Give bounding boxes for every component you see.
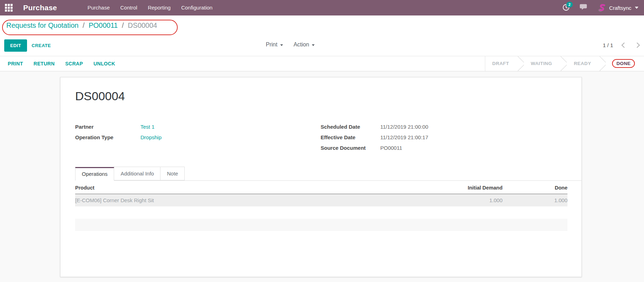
table-header-row: Product Initial Demand Done (75, 185, 567, 194)
column-header-done: Done (502, 185, 567, 191)
field-effective-date: Effective Date 11/12/2019 21:00:17 (321, 132, 428, 143)
pipeline-separator-icon (516, 56, 524, 71)
field-label: Scheduled Date (321, 122, 380, 132)
top-menu: Purchase Control Reporting Configuration (82, 0, 218, 15)
form-sheet: DS00004 Partner Test 1 Operation Type Dr… (60, 77, 582, 277)
status-pipeline: DRAFT WAITING READY DONE (485, 56, 644, 71)
caret-down-icon (312, 44, 315, 46)
print-dropdown[interactable]: Print (266, 41, 283, 48)
menu-control[interactable]: Control (115, 0, 143, 15)
odoo-purchase-app: Purchase Purchase Control Reporting Conf… (0, 0, 644, 282)
field-operation-type: Operation Type Dropship (75, 132, 321, 143)
tab-note[interactable]: Note (160, 167, 185, 180)
field-label: Effective Date (321, 132, 380, 143)
scrap-button[interactable]: SCRAP (65, 61, 83, 66)
return-button[interactable]: RETURN (34, 61, 55, 66)
field-partner: Partner Test 1 (75, 122, 321, 132)
caret-down-icon (280, 44, 283, 46)
field-source-document: Source Document PO00011 (321, 143, 428, 153)
state-done[interactable]: DONE (606, 56, 640, 71)
action-row: EDIT CREATE Print Action 1 / 1 (0, 39, 644, 56)
operation-type-link[interactable]: Dropship (140, 132, 162, 143)
print-button[interactable]: PRINT (8, 61, 23, 66)
top-navbar: Purchase Purchase Control Reporting Conf… (0, 0, 644, 15)
partner-link[interactable]: Test 1 (140, 122, 155, 132)
breadcrumb-requests-for-quotation[interactable]: Requests for Quotation (6, 21, 79, 29)
company-logo-icon (597, 3, 606, 12)
field-group-left: Partner Test 1 Operation Type Dropship (75, 122, 321, 153)
source-document-value: PO00011 (380, 143, 402, 153)
print-dropdown-label: Print (266, 41, 277, 48)
breadcrumb-row: Requests for Quotation / PO00011 / DS000… (0, 15, 644, 39)
field-scheduled-date: Scheduled Date 11/12/2019 21:00:00 (321, 122, 428, 132)
red-annotation-done: DONE (612, 59, 635, 68)
pipeline-separator-icon (598, 56, 606, 71)
tab-additional-info[interactable]: Additional Info (114, 167, 160, 180)
pager-value: 1 / 1 (603, 42, 613, 48)
breadcrumb-separator: / (120, 21, 126, 29)
table-row[interactable]: [E-COM06] Corner Desk Right Sit 1.000 1.… (75, 194, 567, 206)
field-group-right: Scheduled Date 11/12/2019 21:00:00 Effec… (321, 122, 428, 153)
caret-down-icon (635, 7, 638, 9)
empty-table-stripe (75, 219, 567, 231)
mid-actions: Print Action (266, 41, 315, 48)
pager: 1 / 1 (603, 42, 639, 48)
field-label: Partner (75, 122, 140, 132)
activity-clock-icon[interactable]: 2 (562, 4, 571, 12)
operations-table: Product Initial Demand Done [E-COM06] Co… (75, 185, 567, 231)
scheduled-date-value: 11/12/2019 21:00:00 (380, 122, 428, 132)
tab-operations[interactable]: Operations (75, 167, 114, 181)
field-groups: Partner Test 1 Operation Type Dropship S… (75, 122, 581, 153)
field-label: Source Document (321, 143, 380, 153)
unlock-button[interactable]: UNLOCK (93, 61, 115, 66)
company-name: Craftsync (609, 5, 631, 11)
action-dropdown-label: Action (294, 41, 309, 48)
pager-next-icon[interactable] (635, 43, 640, 48)
app-title: Purchase (23, 4, 57, 12)
user-menu[interactable]: Craftsync (597, 3, 638, 12)
state-waiting[interactable]: WAITING (524, 56, 559, 71)
pager-previous-icon[interactable] (622, 43, 627, 48)
breadcrumb-po00011[interactable]: PO00011 (88, 21, 118, 29)
field-label: Operation Type (75, 132, 140, 143)
activity-count-badge: 2 (566, 2, 573, 7)
record-title: DS00004 (75, 89, 581, 103)
apps-grid-icon[interactable] (5, 4, 13, 12)
edit-button[interactable]: EDIT (4, 39, 27, 52)
breadcrumb-separator: / (80, 21, 87, 29)
menu-purchase[interactable]: Purchase (82, 0, 115, 15)
cell-done: 1.000 (502, 197, 567, 203)
navbar-right: 2 Craftsync (562, 3, 638, 12)
action-dropdown[interactable]: Action (294, 41, 315, 48)
statusbar-buttons: PRINT RETURN SCRAP UNLOCK (0, 61, 115, 66)
breadcrumb-current: DS00004 (128, 21, 157, 29)
column-header-product: Product (75, 185, 422, 191)
form-view-background: DS00004 Partner Test 1 Operation Type Dr… (0, 71, 644, 282)
cell-initial-demand: 1.000 (422, 197, 502, 203)
messages-icon[interactable] (580, 4, 588, 12)
menu-reporting[interactable]: Reporting (143, 0, 176, 15)
statusbar: PRINT RETURN SCRAP UNLOCK DRAFT WAITING … (0, 56, 644, 71)
pipeline-separator-icon (559, 56, 567, 71)
create-button[interactable]: CREATE (32, 43, 51, 48)
menu-configuration[interactable]: Configuration (176, 0, 218, 15)
effective-date-value: 11/12/2019 21:00:17 (380, 132, 428, 143)
state-ready[interactable]: READY (567, 56, 598, 71)
notebook-tabs: Operations Additional Info Note (75, 166, 582, 181)
cell-product: [E-COM06] Corner Desk Right Sit (75, 197, 422, 203)
column-header-initial-demand: Initial Demand (422, 185, 502, 191)
breadcrumb: Requests for Quotation / PO00011 / DS000… (0, 15, 644, 30)
state-draft[interactable]: DRAFT (485, 56, 516, 71)
